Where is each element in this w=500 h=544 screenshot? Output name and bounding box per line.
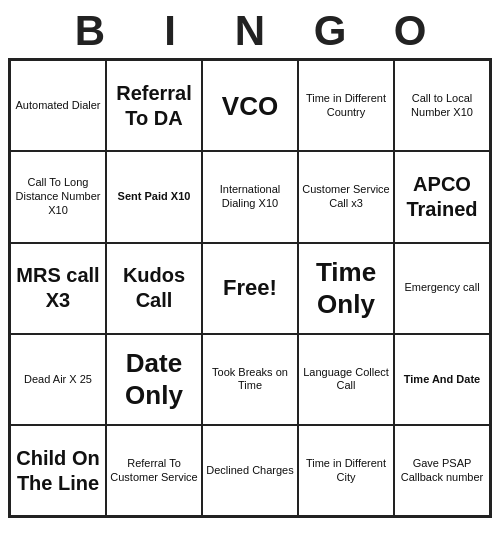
cell-24: Gave PSAP Callback number <box>394 425 490 516</box>
title-letter-G: G <box>290 8 370 54</box>
cell-0: Automated Dialer <box>10 60 106 151</box>
bingo-title: BINGO <box>8 8 492 54</box>
cell-13: Time Only <box>298 243 394 334</box>
cell-9: APCO Trained <box>394 151 490 242</box>
title-letter-N: N <box>210 8 290 54</box>
cell-1: Referral To DA <box>106 60 202 151</box>
bingo-grid: Automated DialerReferral To DAVCOTime in… <box>8 58 492 518</box>
title-letter-B: B <box>50 8 130 54</box>
cell-14: Emergency call <box>394 243 490 334</box>
cell-15: Dead Air X 25 <box>10 334 106 425</box>
cell-6: Sent Paid X10 <box>106 151 202 242</box>
cell-19: Time And Date <box>394 334 490 425</box>
cell-10: MRS call X3 <box>10 243 106 334</box>
cell-7: International Dialing X10 <box>202 151 298 242</box>
cell-16: Date Only <box>106 334 202 425</box>
cell-17: Took Breaks on Time <box>202 334 298 425</box>
cell-5: Call To Long Distance Number X10 <box>10 151 106 242</box>
cell-20: Child On The Line <box>10 425 106 516</box>
cell-21: Referral To Customer Service <box>106 425 202 516</box>
cell-4: Call to Local Number X10 <box>394 60 490 151</box>
cell-2: VCO <box>202 60 298 151</box>
cell-12: Free! <box>202 243 298 334</box>
cell-11: Kudos Call <box>106 243 202 334</box>
cell-3: Time in Different Country <box>298 60 394 151</box>
cell-8: Customer Service Call x3 <box>298 151 394 242</box>
title-letter-I: I <box>130 8 210 54</box>
cell-18: Language Collect Call <box>298 334 394 425</box>
cell-22: Declined Charges <box>202 425 298 516</box>
cell-23: Time in Different City <box>298 425 394 516</box>
title-letter-O: O <box>370 8 450 54</box>
